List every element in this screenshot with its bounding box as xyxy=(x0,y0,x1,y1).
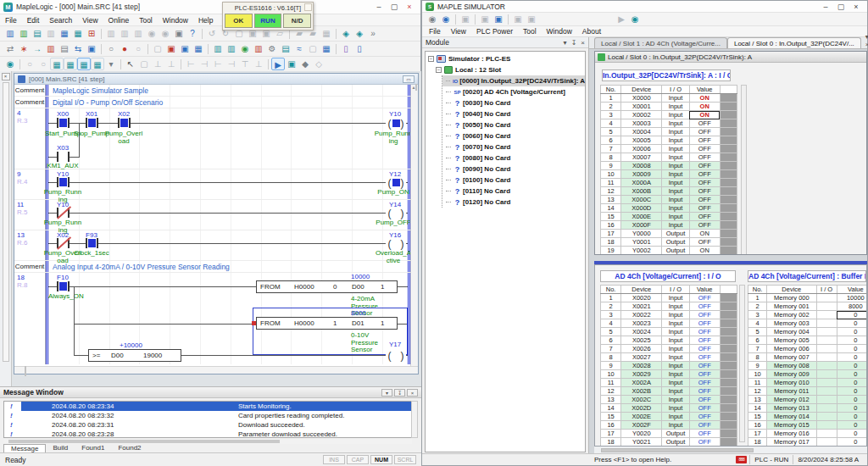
ad-io-table-row[interactable]: 18 Y0021 Output OFF xyxy=(601,438,737,447)
cell-value[interactable]: OFF xyxy=(689,179,720,187)
cell-value[interactable]: OFF xyxy=(689,221,720,230)
ad-buffer-table-row[interactable]: 10 Memory 009 0 xyxy=(748,370,868,379)
ad-buffer-table-row[interactable]: 14 Memory 013 0 xyxy=(748,404,868,413)
toolbar-icon[interactable]: ↖ xyxy=(124,58,137,70)
cell-value[interactable]: ON xyxy=(689,94,720,103)
toolbar-icon[interactable]: ⇆ xyxy=(71,42,85,55)
ad-io-table-row[interactable]: 2 X0021 Input OFF xyxy=(601,302,737,311)
ad-io-table-row[interactable]: 7 X0026 Input OFF xyxy=(601,345,737,353)
toolbar-icon[interactable]: ▤ xyxy=(31,27,44,40)
toolbar-icon[interactable]: ● xyxy=(118,42,131,55)
cell-value[interactable]: 0 xyxy=(837,387,867,396)
dropdown-icon[interactable]: ▾ xyxy=(564,39,567,47)
module-slot[interactable]: SP [0020] AD 4Ch [Voltage/Current] xyxy=(442,86,585,97)
plc-run-button[interactable]: RUN xyxy=(254,14,282,28)
ad-buffer-table-row[interactable]: 4 Memory 003 0 xyxy=(748,319,868,328)
cell-value[interactable]: OFF xyxy=(689,413,720,421)
ad-buffer-table-row[interactable]: 7 Memory 006 0 xyxy=(748,345,868,353)
toolbar-icon[interactable]: ◆ xyxy=(298,58,312,70)
io-table-row[interactable]: 4 X0003 Input OFF xyxy=(601,119,737,128)
io-table-row[interactable]: 19 Y0002 Output ON xyxy=(601,247,737,255)
cell-value[interactable]: OFF xyxy=(689,136,720,145)
cell-value[interactable]: OFF xyxy=(689,387,720,396)
io-table-row[interactable]: 11 X000A Input OFF xyxy=(601,179,737,187)
pin-icon[interactable]: ↧ xyxy=(394,389,405,397)
menu-item[interactable]: Window xyxy=(547,27,572,36)
toolbar-icon[interactable]: ◉ xyxy=(238,42,252,55)
module-slot[interactable]: ? [0100] No Card xyxy=(442,175,585,186)
toolbar-icon[interactable]: ⊞ xyxy=(85,27,98,40)
module-slot[interactable]: IO [0000] In.Output_32P[DC24V/TrSink]: A xyxy=(442,75,585,86)
cell-value[interactable]: 0 xyxy=(837,404,867,413)
module-slot[interactable]: ? [0060] No Card xyxy=(442,130,585,141)
io-table-row[interactable]: 18 Y0001 Output OFF xyxy=(601,238,737,247)
io-table-row[interactable]: 2 X0001 Input ON xyxy=(601,103,737,111)
toolbar-icon[interactable] xyxy=(101,29,102,39)
dialog-close-icon[interactable] xyxy=(304,3,312,11)
cell-value[interactable]: OFF xyxy=(689,421,720,430)
module-slot[interactable]: ? [0110] No Card xyxy=(442,186,585,197)
cell-value[interactable]: ON xyxy=(689,111,720,119)
cell-value[interactable]: OFF xyxy=(689,162,720,170)
contact-no[interactable] xyxy=(57,152,70,162)
toolbar-icon[interactable]: ▥ xyxy=(252,42,265,55)
ad-io-table-row[interactable]: 17 Y0020 Output OFF xyxy=(601,430,737,438)
scrollbar-thumb[interactable] xyxy=(415,84,417,91)
side-panel-close-icon[interactable]: × xyxy=(2,73,10,80)
toolbar-icon[interactable]: ▾ xyxy=(104,58,118,70)
toolbar-icon[interactable]: ▯ xyxy=(353,42,366,55)
toolbar-icon[interactable]: ▣ xyxy=(172,27,186,40)
toolbar-icon[interactable]: ▣ xyxy=(285,58,298,70)
cell-value[interactable]: OFF xyxy=(689,153,720,162)
toolbar-icon[interactable]: ▣ xyxy=(164,42,178,55)
cell-value[interactable]: OFF xyxy=(689,311,720,319)
cell-value[interactable]: 0 xyxy=(837,370,867,379)
menu-item[interactable]: File xyxy=(5,16,17,25)
toolbar-icon[interactable]: ▦ xyxy=(71,27,85,40)
cell-value[interactable]: OFF xyxy=(689,336,720,345)
ladder-vertical-scrollbar[interactable]: ▲ xyxy=(410,85,418,367)
toolbar-icon[interactable]: ▥ xyxy=(104,27,118,40)
ad-io-table-row[interactable]: 11 X002A Input OFF xyxy=(601,379,737,387)
ad-buffer-table-row[interactable]: 13 Memory 012 0 xyxy=(748,396,868,404)
ad-buffer-table-row[interactable]: 6 Memory 005 0 xyxy=(748,336,868,345)
cell-value[interactable]: 0 xyxy=(837,328,867,336)
table-scrollbar[interactable] xyxy=(739,285,745,442)
io-table-row[interactable]: 16 X000F Input OFF xyxy=(601,221,737,230)
ad-io-table-row[interactable]: 6 X0025 Input OFF xyxy=(601,336,737,345)
module-slot[interactable]: ? [0050] No Card xyxy=(442,119,585,130)
menu-item[interactable]: Tool xyxy=(139,16,153,25)
cell-value[interactable]: 8000 xyxy=(837,302,867,311)
toolbar-icon[interactable]: ⊥ xyxy=(164,58,178,70)
toolbar-icon[interactable]: ▶ xyxy=(615,13,628,25)
ad-io-table-row[interactable]: 4 X0023 Input OFF xyxy=(601,319,737,328)
toolbar-icon[interactable] xyxy=(147,44,148,54)
toolbar-icon[interactable]: ⊥ xyxy=(252,58,265,70)
cell-value[interactable]: OFF xyxy=(689,204,720,213)
ad-io-table-row[interactable]: 15 X002E Input OFF xyxy=(601,413,737,421)
ad-io-table-row[interactable]: 9 X0028 Input OFF xyxy=(601,362,737,370)
toolbar-icon[interactable]: ▦ xyxy=(320,27,333,40)
toolbar-icon[interactable]: ◉ xyxy=(439,13,453,25)
cell-value[interactable]: 10000 xyxy=(837,294,867,302)
toolbar-icon[interactable]: ∗ xyxy=(17,42,31,55)
ad-io-table-row[interactable]: 13 X002C Input OFF xyxy=(601,396,737,404)
plc-ok-button[interactable]: OK xyxy=(225,14,253,28)
cell-value[interactable]: 0 xyxy=(837,362,867,370)
message-row[interactable]: ! 2024.08.20 08:23:31 Download succeeded… xyxy=(4,420,411,430)
contact-no[interactable] xyxy=(57,118,70,128)
ad-io-table-row[interactable]: 16 X002F Input OFF xyxy=(601,421,737,430)
message-list[interactable]: ! 2024.08.20 08:23:34 Starts Monitoring.… xyxy=(3,401,412,438)
io-table-row[interactable]: 7 X0006 Input OFF xyxy=(601,145,737,153)
toolbar-icon[interactable]: ◉ xyxy=(145,27,159,40)
io-table-row[interactable]: 13 X000C Input OFF xyxy=(601,196,737,204)
module-slot[interactable]: ? [0090] No Card xyxy=(442,164,585,175)
close-icon[interactable]: × xyxy=(581,39,585,47)
ad-buffer-table-row[interactable]: 15 Memory 014 0 xyxy=(748,413,868,421)
toolbar-icon[interactable] xyxy=(101,44,102,54)
toolbar-icon[interactable]: ▥ xyxy=(131,27,145,40)
io-table-row[interactable]: 1 X0000 Input ON xyxy=(601,94,737,103)
cell-value[interactable]: ON xyxy=(689,247,720,255)
module-tree[interactable]: − Simulator : PLC-ES − Local : 12 Slot I… xyxy=(425,51,586,452)
toolbar-icon[interactable]: ▦ xyxy=(50,58,64,70)
